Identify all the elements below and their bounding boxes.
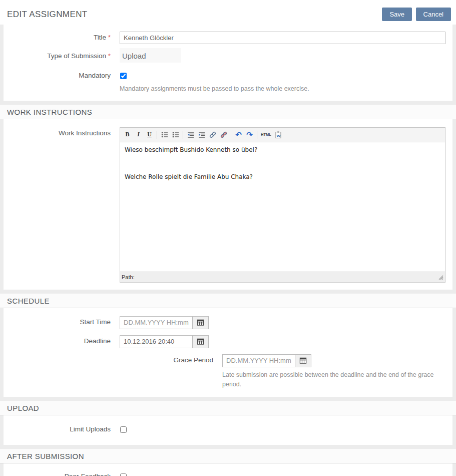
- resize-handle-icon[interactable]: [437, 274, 443, 280]
- upload-section: Limit Uploads: [4, 415, 452, 445]
- upload-heading: UPLOAD: [0, 401, 456, 415]
- deadline-calendar-button[interactable]: [192, 335, 209, 348]
- ordered-list-icon[interactable]: [170, 130, 181, 140]
- editor-paragraph: Wieso beschimpft Bushido Kenneth so übel…: [125, 145, 440, 154]
- start-time-row: Start Time: [4, 311, 452, 331]
- indent-icon[interactable]: [196, 130, 207, 140]
- editor-statusbar: Path:: [120, 272, 445, 282]
- grace-period-input[interactable]: [222, 354, 295, 367]
- grace-period-label: Grace Period: [4, 354, 222, 389]
- mandatory-row: Mandatory Mandatory assignments must be …: [4, 66, 452, 97]
- deadline-input[interactable]: [120, 335, 193, 348]
- start-time-label: Start Time: [4, 316, 120, 329]
- title-label: Title *: [4, 32, 120, 44]
- form-header: EDIT ASSIGNMENT Save Cancel: [0, 0, 456, 25]
- submission-type-value: Upload: [120, 48, 181, 63]
- outdent-icon[interactable]: [185, 130, 196, 140]
- remove-link-icon[interactable]: [218, 130, 229, 140]
- editor-path-label: Path:: [122, 274, 135, 280]
- work-instructions-editor: B I U: [120, 127, 445, 283]
- html-source-icon[interactable]: HTML: [259, 130, 273, 140]
- after-submission-section: Peer-Feedback Users can rate the solutio…: [4, 463, 452, 476]
- toolbar-separator: [231, 131, 231, 139]
- limit-uploads-row: Limit Uploads: [4, 418, 452, 441]
- editor-paragraph: Welche Rolle spielt die Familie Abu Chak…: [125, 172, 440, 181]
- submission-type-row: Type of Submission * Upload: [4, 47, 452, 66]
- undo-icon[interactable]: ↶: [233, 130, 244, 140]
- insert-link-icon[interactable]: [207, 130, 218, 140]
- redo-icon[interactable]: ↷: [244, 130, 255, 140]
- start-time-input[interactable]: [120, 316, 193, 329]
- editor-blank-line: [125, 154, 440, 172]
- editor-toolbar: B I U: [120, 128, 445, 142]
- title-row: Title *: [4, 28, 452, 47]
- page-title: EDIT ASSIGNMENT: [7, 10, 88, 20]
- paste-from-word-icon[interactable]: W: [273, 130, 284, 140]
- deadline-row: Deadline: [4, 333, 452, 350]
- unordered-list-icon[interactable]: [159, 130, 170, 140]
- limit-uploads-checkbox[interactable]: [120, 426, 127, 433]
- mandatory-checkbox[interactable]: [120, 73, 127, 79]
- mandatory-label: Mandatory: [4, 71, 120, 94]
- peer-feedback-checkbox[interactable]: [120, 473, 127, 476]
- general-section: Title * Type of Submission * Upload Mand…: [4, 25, 452, 101]
- header-actions: Save Cancel: [380, 8, 451, 21]
- bold-icon[interactable]: B: [122, 130, 133, 140]
- svg-text:W: W: [277, 133, 281, 138]
- submission-type-label: Type of Submission *: [4, 50, 120, 63]
- grace-period-byline: Late submission are possible between the…: [222, 370, 445, 389]
- toolbar-separator: [257, 131, 257, 139]
- schedule-section: Start Time Deadline: [4, 308, 452, 397]
- after-submission-heading: AFTER SUBMISSION: [0, 449, 456, 463]
- limit-uploads-label: Limit Uploads: [4, 424, 120, 435]
- work-instructions-section: Work Instructions B I U: [4, 119, 452, 290]
- grace-period-row: Grace Period Late submission are possibl…: [4, 352, 452, 391]
- mandatory-byline: Mandatory assignments must be passed to …: [120, 84, 445, 94]
- toolbar-separator: [157, 131, 157, 139]
- deadline-label: Deadline: [4, 335, 120, 348]
- cancel-button[interactable]: Cancel: [416, 8, 451, 21]
- peer-feedback-row: Peer-Feedback Users can rate the solutio…: [4, 466, 452, 476]
- work-instructions-label: Work Instructions: [4, 127, 120, 283]
- peer-feedback-label: Peer-Feedback: [4, 471, 120, 476]
- save-button[interactable]: Save: [382, 8, 412, 21]
- toolbar-separator: [183, 131, 183, 139]
- required-star: *: [108, 34, 111, 41]
- required-star: *: [108, 52, 111, 60]
- work-instructions-row: Work Instructions B I U: [4, 122, 452, 286]
- grace-period-calendar-button[interactable]: [295, 354, 311, 367]
- edit-assignment-form: Title * Type of Submission * Upload Mand…: [0, 25, 456, 476]
- italic-icon[interactable]: I: [133, 130, 144, 140]
- start-time-calendar-button[interactable]: [192, 316, 209, 329]
- title-input[interactable]: [120, 32, 445, 44]
- underline-icon[interactable]: U: [144, 130, 155, 140]
- work-instructions-heading: WORK INSTRUCTIONS: [0, 105, 456, 119]
- editor-content[interactable]: Wieso beschimpft Bushido Kenneth so übel…: [120, 142, 445, 272]
- schedule-heading: SCHEDULE: [0, 294, 456, 308]
